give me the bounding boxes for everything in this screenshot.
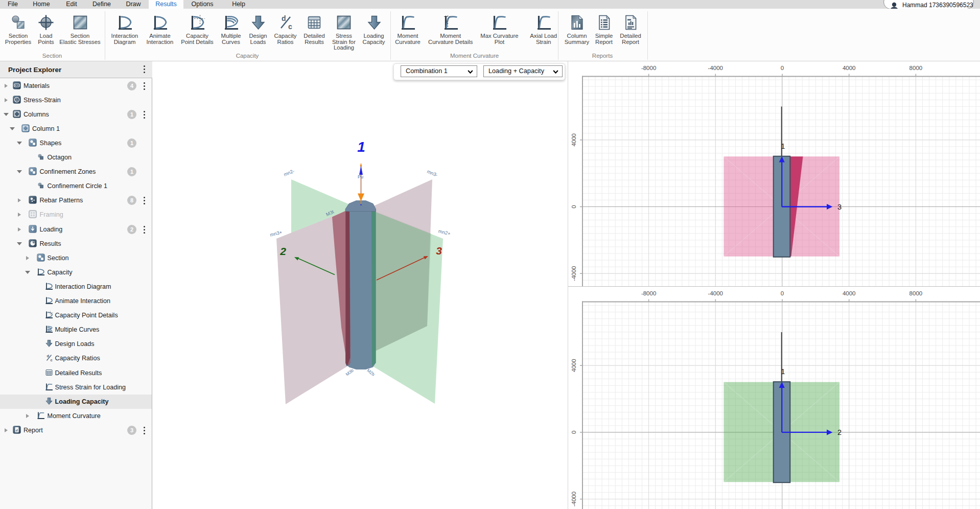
svg-text:d: d	[282, 14, 286, 22]
svg-text:-4000: -4000	[708, 290, 723, 296]
svg-text:Pu: Pu	[358, 174, 363, 179]
svg-text:mn3+: mn3+	[269, 229, 283, 238]
svg-text:-8000: -8000	[641, 65, 656, 71]
svg-text:8000: 8000	[909, 65, 923, 71]
svg-text:4000: 4000	[571, 133, 577, 147]
svg-text:4000: 4000	[843, 290, 856, 296]
svg-text:M3b: M3b	[345, 367, 355, 377]
svg-text:c: c	[50, 358, 52, 362]
svg-text:3: 3	[436, 245, 442, 257]
svg-text:4000: 4000	[571, 359, 577, 372]
svg-text:mn2-: mn2-	[283, 168, 295, 177]
svg-text:0: 0	[571, 205, 577, 208]
svg-text:2: 2	[279, 245, 286, 257]
svg-text:1: 1	[781, 367, 785, 376]
svg-text:mn3-: mn3-	[426, 169, 438, 178]
svg-text:0: 0	[781, 290, 784, 296]
svg-text:3: 3	[837, 203, 842, 211]
svg-text:1: 1	[357, 139, 365, 155]
svg-text:-8000: -8000	[641, 290, 656, 296]
svg-text:1: 1	[781, 142, 785, 150]
svg-text:-4000: -4000	[708, 65, 723, 71]
svg-text:-4000: -4000	[571, 266, 577, 281]
svg-text:8000: 8000	[909, 290, 923, 296]
svg-text:mn2+: mn2+	[438, 228, 451, 237]
svg-text:M2b: M2b	[366, 368, 376, 377]
svg-text:4000: 4000	[843, 65, 856, 71]
svg-text:-4000: -4000	[571, 492, 577, 506]
svg-text:0: 0	[781, 65, 784, 71]
svg-text:0: 0	[571, 431, 577, 434]
svg-text:2: 2	[837, 428, 842, 436]
